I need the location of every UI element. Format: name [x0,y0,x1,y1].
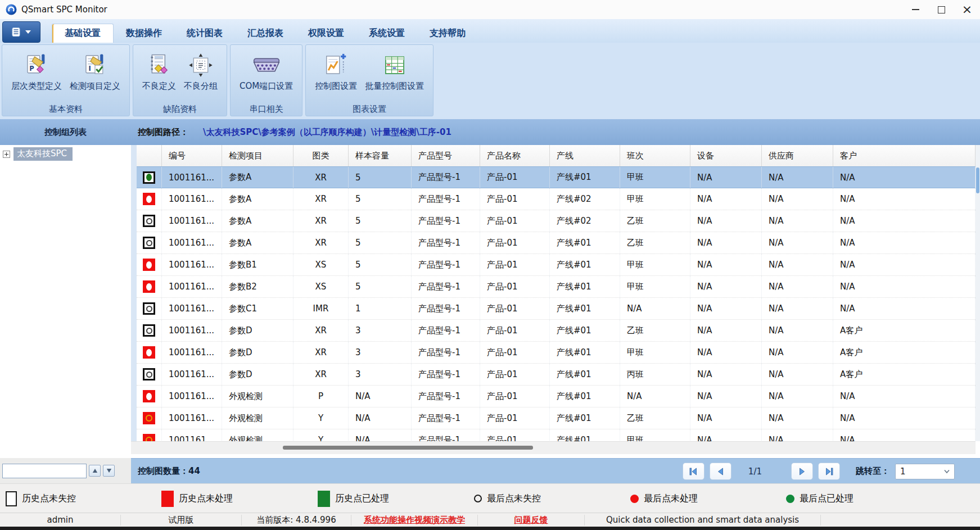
application-menu-button[interactable] [2,21,40,43]
bottom-strip [0,527,980,530]
ribbon-button[interactable]: I检测项目定义 [67,48,123,93]
tree-expander-icon[interactable] [3,151,10,158]
goto-page-label: 跳转至： [856,466,889,477]
table-cell: 3 [349,342,412,363]
ribbon-button[interactable]: 控制图设置 [313,48,359,93]
table-cell: 产品型号-1 [412,254,480,275]
table-cell: 外观检测 [222,386,293,407]
tree-item-root[interactable]: 太友科技SPC [0,147,131,161]
column-header[interactable]: 产线 [550,145,620,166]
column-header[interactable]: 班次 [620,145,690,166]
table-cell: 1001161... [162,429,222,441]
minimize-button[interactable] [902,0,928,19]
column-header[interactable]: 图类 [293,145,349,166]
column-header[interactable] [137,145,162,166]
row-status-cell [137,320,162,341]
ribbon-group-label: 基本资料 [2,104,129,115]
menu-tab[interactable]: 数据操作 [114,24,174,43]
table-row[interactable]: 1001161...参数AXR5产品型号-1产品-01产线#01甲班N/AN/A… [137,166,976,188]
table-cell: 1001161... [162,276,222,297]
column-header[interactable]: 客户 [833,145,976,166]
prev-page-button[interactable] [710,463,731,480]
table-cell: N/A [762,254,833,275]
column-header[interactable]: 产品型号 [412,145,480,166]
table-cell: XR [293,320,349,341]
table-cell: 参数A [222,210,293,232]
batch-control-chart-icon [382,49,408,81]
table-row[interactable]: 1001161...参数DXR3产品型号-1产品-01产线#01丙班N/AN/A… [137,364,976,386]
menu-tab[interactable]: 基础设置 [52,24,114,43]
legend-label: 最后点已处理 [800,493,853,505]
table-cell: 1001161... [162,232,222,253]
ribbon-button[interactable]: 不良定义 [140,48,178,93]
tree-search-input[interactable] [2,464,87,478]
menu-tab[interactable]: 权限设置 [296,24,356,43]
table-cell: 1001161... [162,167,222,188]
horizontal-scrollbar[interactable] [131,441,976,454]
table-cell: 产品-01 [480,210,550,232]
vertical-scrollbar-thumb[interactable] [976,167,979,193]
maximize-button[interactable] [928,0,954,19]
status-ring-icon [143,412,155,424]
search-up-button[interactable] [89,465,101,477]
table-row[interactable]: 1001161...参数DXR3产品型号-1产品-01产线#01乙班N/AN/A… [137,320,976,342]
search-down-button[interactable] [103,465,115,477]
legend-item: 最后点已处理 [786,484,853,513]
table-cell: N/A [833,188,976,210]
table-cell: N/A [690,298,762,319]
table-cell: 产线#01 [550,429,620,441]
status-link[interactable]: 系统功能操作视频演示教学 [351,515,478,526]
goto-page-select[interactable]: 1 [895,464,955,479]
table-cell: 产品-01 [480,298,550,319]
menu-tab[interactable]: 支持帮助 [417,24,478,43]
status-outline-icon [143,324,155,337]
table-row[interactable]: 1001161...外观检测YN/A产品型号-1产品-01产线#01乙班N/AN… [137,407,976,429]
column-header[interactable]: 编号 [162,145,222,166]
legend-bar: 历史点未失控历史点未处理历史点已处理最后点未失控最后点未处理最后点已处理 [0,483,980,513]
defect-define-icon [146,49,172,81]
column-header[interactable]: 产品名称 [480,145,550,166]
table-row[interactable]: 1001161...参数B1XS5产品型号-1产品-01产线#01甲班N/AN/… [137,254,976,276]
next-page-button[interactable] [791,463,813,480]
table-cell: N/A [620,298,690,319]
vertical-scrollbar[interactable] [976,145,980,441]
close-button[interactable]: × [954,0,980,19]
ribbon-groups: P层次类型定义I检测项目定义基本资料不良定义不良分组缺陷资料COM端口设置串口相… [0,43,980,116]
ribbon-button[interactable]: COM端口设置 [237,48,295,93]
menu-tab[interactable]: 汇总报表 [235,24,296,43]
table-row[interactable]: 1001161...参数AXR5产品型号-1产品-01产线#02甲班N/AN/A… [137,188,976,210]
table-cell: 产线#02 [550,188,620,210]
table-row[interactable]: 1001161...外观检测PN/A产品型号-1产品-01产线#01N/AN/A… [137,386,976,407]
column-header[interactable]: 样本容量 [349,145,412,166]
table-row[interactable]: 1001161...参数AXR5产品型号-1产品-01产线#01乙班N/AN/A… [137,232,976,254]
table-cell: N/A [690,407,762,429]
menu-tab[interactable]: 系统设置 [356,24,417,43]
table-row[interactable]: 1001161...参数B2XS5产品型号-1产品-01产线#01甲班N/AN/… [137,276,976,298]
first-page-button[interactable] [683,463,704,480]
table-cell: 产品型号-1 [412,276,480,297]
table-cell: N/A [833,429,976,441]
page-indicator: 1/1 [748,466,762,477]
ribbon-button[interactable]: 不良分组 [182,48,220,93]
legend-dot-red-icon [630,495,639,503]
table-cell: N/A [833,276,976,297]
ribbon-button[interactable]: P层次类型定义 [9,48,64,93]
ribbon-button[interactable]: 批量控制图设置 [363,48,426,93]
table-row[interactable]: 1001161...参数DXR3产品型号-1产品-01产线#01甲班N/AN/A… [137,342,976,364]
last-page-button[interactable] [818,463,840,480]
ribbon-group: 控制图设置批量控制图设置图表设置 [305,44,433,116]
horizontal-scrollbar-thumb[interactable] [283,446,533,450]
table-row[interactable]: 1001161...参数AXR5产品型号-1产品-01产线#02乙班N/AN/A… [137,210,976,232]
column-header[interactable]: 检测项目 [222,145,293,166]
table-cell: Y [293,429,349,441]
menu-tab[interactable]: 统计图表 [174,24,235,43]
table-cell: XS [293,254,349,275]
table-cell: 产品-01 [480,386,550,407]
table-row[interactable]: 1001161...参数C1IMR1产品型号-1产品-01产线#01N/AN/A… [137,298,976,320]
status-link[interactable]: 问题反馈 [478,515,585,526]
table-cell: 参数C1 [222,298,293,319]
column-header[interactable]: 设备 [690,145,762,166]
table-row[interactable]: 1001161...外观检测YN/A产品型号-1产品-01产线#01甲班N/AN… [137,429,976,441]
legend-label: 历史点未处理 [179,493,233,505]
column-header[interactable]: 供应商 [762,145,833,166]
